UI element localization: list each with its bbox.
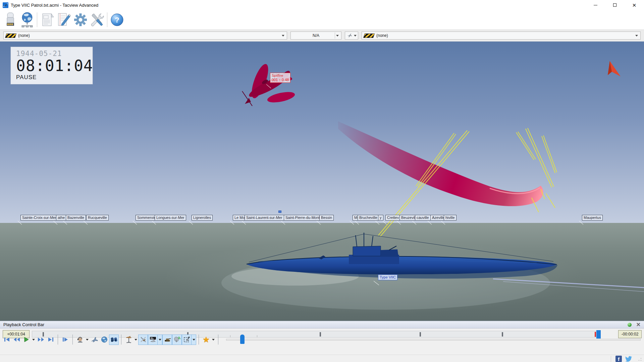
scene-layer [0,42,644,321]
playback-control-panel: Playback Control Bar ✕ +00:01:04 -00:00:… [0,321,644,362]
aircraft-swap-icon [346,33,353,38]
selection-box-dropdown[interactable] [192,335,196,345]
play-options-dropdown[interactable] [31,335,36,345]
camera-view-dropdown[interactable] [85,335,90,345]
jet-icon [91,337,98,343]
bottom-strip: f [0,355,644,362]
globe-view-button[interactable] [99,335,109,345]
titlebar: Type VIIC Patrol.txt.acmi - Tacview Adva… [0,0,644,10]
skip-to-end-button[interactable] [46,335,55,345]
map-label: cauville [415,215,431,221]
submarine-model [247,233,557,279]
playback-panel-title: Playback Control Bar [3,322,44,327]
radar-dish-icon [173,336,181,343]
time-display: 08:01:04 [16,58,87,74]
twitter-icon[interactable] [625,356,632,362]
chevron-down-icon [336,35,339,37]
skip-to-start-button[interactable] [2,335,12,345]
3d-viewport[interactable]: 1944-05-21 08:01:04 PAUSE Spitfire 001 ↑… [0,42,644,321]
app-icon [3,2,8,8]
camera-view-button[interactable] [75,335,85,345]
chevron-down-icon [282,35,284,37]
static-objects-button[interactable] [138,335,148,345]
close-panel-icon[interactable]: ✕ [636,322,641,327]
network-globe-icon [20,12,34,27]
binoculars-icon [110,337,118,343]
airfields-dropdown[interactable] [158,335,162,345]
pin-panel-icon[interactable] [628,323,632,327]
submarine-label[interactable]: Type VIIC [378,275,397,280]
weather-vane-button[interactable] [124,335,133,345]
usb-import-button[interactable] [2,11,19,28]
windsock-icon [125,336,132,343]
time-offset-value: N/A [313,33,319,38]
swap-selection-button[interactable] [345,32,358,40]
map-label: Longues-sur-Mer [155,215,186,221]
hazard-stripe-icon [363,34,375,38]
spitfire-model [242,62,296,106]
clock-panel: 1944-05-21 08:01:04 PAUSE [11,47,93,84]
wrench-screwdriver-icon [90,12,105,27]
speed-slider-track[interactable] [226,339,641,341]
right-object-selector[interactable]: (none) [362,32,641,40]
map-label: Brucheville [358,215,379,221]
binoculars-button[interactable] [109,335,119,345]
tank-icon [164,337,171,343]
map-label: Bessin [319,215,334,221]
advanced-tools-button[interactable] [89,11,106,28]
fast-forward-button[interactable] [36,335,46,345]
left-selector-value: (none) [18,33,30,38]
airfields-button[interactable] [148,335,158,345]
gear-icon [73,12,88,27]
weather-vane-dropdown[interactable] [133,335,138,345]
left-object-selector[interactable]: (none) [3,32,287,40]
resize-grip[interactable] [637,357,642,361]
online-button[interactable] [19,11,36,28]
radar-button[interactable] [172,335,182,345]
map-label: Saint-Pierre-du-Mont [284,215,321,221]
notepad-pencil-icon [56,12,71,27]
map-label: Bazenville [66,215,86,221]
airfield-sign-icon [149,336,157,343]
document-icon [40,12,54,27]
ground-vehicles-button[interactable] [162,335,172,345]
favorites-dropdown[interactable] [211,335,216,345]
minimize-button[interactable] [586,0,605,10]
map-label: Maupertus [582,215,603,221]
spitfire-label-detail: 001 ↑ 0.48 [272,78,289,82]
speed-slider-thumb[interactable] [240,335,245,344]
step-forward-button[interactable] [60,335,70,345]
close-button[interactable]: ✕ [625,0,644,10]
crashed-plane-icon [140,336,147,343]
facebook-icon[interactable]: f [615,356,622,362]
object-selector-bar: (none) N/A (none) [0,29,644,42]
object-marker[interactable] [278,210,281,213]
svg-text:?: ? [115,16,119,24]
chevron-down-icon [354,35,357,37]
aircraft-view-button[interactable] [90,335,99,345]
main-toolbar: ? [0,10,644,29]
star-icon: ★ [203,336,210,344]
spitfire-label[interactable]: Spitfire 001 ↑ 0.48 [270,73,290,83]
map-label: Saint-Laurent-sur-Mer [245,215,284,221]
pilot-head-icon [77,336,84,343]
speed-slider[interactable] [222,333,641,347]
dashed-selection-icon [183,336,190,343]
map-label: Crettev [385,215,400,221]
notes-button[interactable] [55,11,72,28]
window-title: Type VIIC Patrol.txt.acmi - Tacview Adva… [11,3,98,8]
maximize-button[interactable] [605,0,625,10]
map-label: athe [56,215,66,221]
settings-button[interactable] [72,11,89,28]
rewind-button[interactable] [12,335,21,345]
map-label: Lignerolles [192,215,213,221]
spitfire-label-title: Spitfire [272,73,289,78]
time-offset-selector[interactable]: N/A [290,32,341,40]
playback-panel-header[interactable]: Playback Control Bar ✕ [0,321,644,328]
selection-box-button[interactable] [182,335,192,345]
flight-log-button[interactable] [39,11,55,28]
help-button[interactable]: ? [109,11,125,28]
submarine-label-text: Type VIIC [380,275,396,279]
play-button[interactable] [21,335,31,345]
favorites-button[interactable]: ★ [201,335,211,345]
